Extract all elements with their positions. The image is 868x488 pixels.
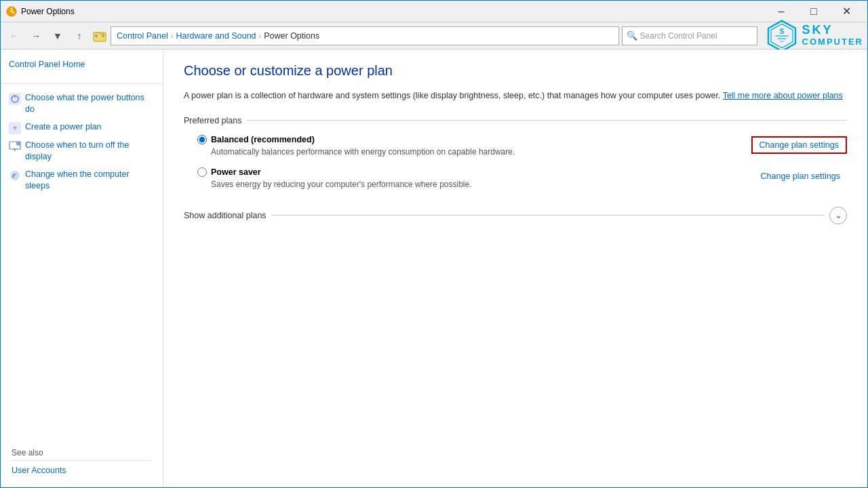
back-button[interactable]: ←	[5, 26, 24, 45]
main-content: Choose or customize a power plan A power…	[163, 49, 867, 487]
logo-computer: COMPUTER	[802, 37, 863, 47]
sidebar-item-turn-off-display[interactable]: Choose when to turn off the display	[1, 137, 163, 166]
show-additional-line	[272, 215, 824, 216]
svg-point-19	[10, 171, 20, 180]
svg-text:S: S	[779, 27, 784, 35]
plans-section: Preferred plans Balanced (recommended) A…	[184, 116, 847, 228]
change-plan-power-saver-button[interactable]: Change plan settings	[754, 169, 847, 184]
close-button[interactable]: ✕	[831, 2, 862, 21]
plans-header-line	[247, 120, 847, 121]
show-additional-text: Show additional plans	[184, 211, 267, 220]
logo-sky: SKY	[802, 24, 863, 37]
svg-point-2	[102, 35, 104, 37]
minimize-button[interactable]: –	[766, 2, 797, 21]
logo-text: SKY COMPUTER	[802, 24, 863, 47]
search-icon: 🔍	[627, 30, 637, 41]
breadcrumb-sep-1: ›	[171, 32, 174, 40]
recent-pages-button[interactable]: ▼	[48, 26, 67, 45]
power-saver-radio[interactable]	[197, 167, 207, 177]
maximize-button[interactable]: □	[798, 2, 829, 21]
title-bar: Power Options – □ ✕	[1, 1, 867, 22]
see-also-label: See also	[12, 448, 152, 458]
logo-icon: S	[766, 20, 798, 52]
skycomputer-logo: S SKY COMPUTER	[766, 20, 863, 52]
title-bar-controls: – □ ✕	[766, 2, 862, 21]
up-button[interactable]: ↑	[70, 26, 89, 45]
power-saver-plan-desc: Saves energy by reducing your computer's…	[197, 180, 472, 189]
balanced-plan-left: Balanced (recommended) Automatically bal…	[197, 135, 515, 157]
breadcrumb-sep-2: ›	[259, 32, 262, 40]
show-additional-section[interactable]: Show additional plans ⌄	[184, 203, 847, 228]
create-plan-icon: +	[9, 122, 21, 134]
turn-off-display-icon	[9, 140, 21, 152]
balanced-radio[interactable]	[197, 135, 207, 144]
sidebar-divider-1	[1, 83, 163, 84]
change-plan-balanced-button[interactable]: Change plan settings	[751, 136, 847, 154]
address-bar: ← → ▼ ↑ Control Panel › Hardware and Sou…	[1, 22, 867, 49]
power-buttons-icon	[9, 93, 21, 105]
user-accounts-link[interactable]: User Accounts	[12, 466, 66, 475]
breadcrumb-hardware-sound[interactable]: Hardware and Sound	[176, 31, 256, 41]
title-bar-text: Power Options	[21, 7, 766, 16]
svg-point-18	[16, 142, 20, 146]
sidebar-home[interactable]: Control Panel Home	[1, 56, 163, 74]
show-additional-chevron[interactable]: ⌄	[829, 207, 847, 224]
search-box[interactable]: 🔍 Search Control Panel	[622, 26, 757, 45]
power-saver-plan-left: Power saver Saves energy by reducing you…	[197, 167, 472, 189]
see-also-section: See also User Accounts	[1, 443, 163, 481]
forward-button[interactable]: →	[26, 26, 45, 45]
balanced-plan-row: Balanced (recommended) Automatically bal…	[184, 131, 847, 163]
plans-header: Preferred plans	[184, 116, 847, 125]
power-saver-plan-row: Power saver Saves energy by reducing you…	[184, 163, 847, 196]
sidebar-divider-see-also	[12, 460, 152, 461]
learn-more-link[interactable]: Tell me more about power plans	[723, 91, 843, 100]
main-description: A power plan is a collection of hardware…	[184, 89, 847, 102]
breadcrumb-power-options: Power Options	[264, 31, 319, 41]
breadcrumb-control-panel[interactable]: Control Panel	[117, 31, 168, 41]
sidebar-item-computer-sleeps[interactable]: Change when the computer sleeps	[1, 166, 163, 195]
app-icon	[6, 6, 17, 17]
search-placeholder: Search Control Panel	[640, 31, 717, 41]
svg-text:+: +	[12, 123, 17, 133]
svg-point-3	[95, 35, 98, 37]
sidebar: Control Panel Home Choose what the power…	[1, 49, 163, 487]
balanced-plan-name: Balanced (recommended)	[211, 135, 315, 144]
sidebar-item-create-plan[interactable]: + Create a power plan	[1, 119, 163, 137]
power-saver-plan-name: Power saver	[211, 167, 261, 177]
balanced-radio-row: Balanced (recommended)	[197, 135, 515, 144]
sidebar-item-power-buttons[interactable]: Choose what the power buttons do	[1, 89, 163, 119]
window: Power Options – □ ✕ ← → ▼ ↑ Control Pane…	[0, 0, 868, 488]
breadcrumb: Control Panel › Hardware and Sound › Pow…	[111, 26, 619, 45]
content-area: Control Panel Home Choose what the power…	[1, 49, 867, 487]
page-title: Choose or customize a power plan	[184, 63, 847, 79]
balanced-plan-desc: Automatically balances performance with …	[197, 147, 515, 157]
computer-sleeps-icon	[9, 169, 21, 182]
folder-icon	[93, 29, 106, 43]
power-saver-radio-row: Power saver	[197, 167, 472, 177]
svg-rect-10	[9, 93, 21, 105]
